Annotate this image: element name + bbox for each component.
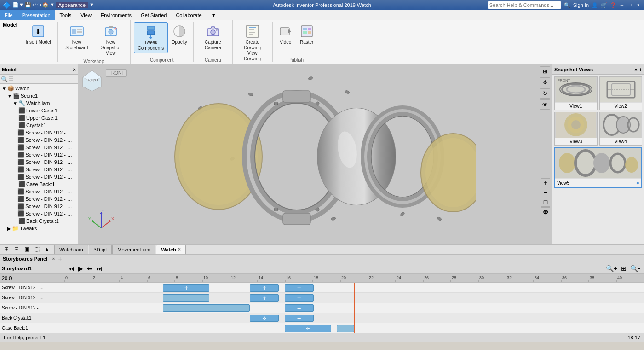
track-block-3-1[interactable]: ✛ — [285, 315, 314, 322]
timeline-playhead[interactable] — [354, 283, 355, 333]
qa-save[interactable]: 💾 — [25, 2, 31, 8]
zoom-timeline-in[interactable]: 🔍+ — [606, 265, 617, 272]
qa-arrow-down[interactable]: ▼ — [50, 2, 55, 8]
tree-item-screw3[interactable]: ⬛ Screw - DIN 912 - M1.4 — [1, 144, 77, 151]
qa-file[interactable]: 📄▼ — [12, 2, 24, 8]
new-storyboard-button[interactable]: New Storyboard — [60, 22, 93, 52]
maximize-btn[interactable]: □ — [627, 2, 633, 8]
tree-item-screw6[interactable]: ⬛ Screw - DIN 912 - M1 x — [1, 166, 77, 173]
storyboards-add-btn[interactable]: + — [56, 255, 64, 263]
menu-view[interactable]: View — [76, 10, 96, 20]
tree-item-lower-case[interactable]: ⬛ Lower Case:1 — [1, 107, 77, 114]
sign-in-label[interactable]: Sign In — [573, 2, 589, 8]
zoom-timeline-fit[interactable]: ⊞ — [621, 265, 627, 272]
menu-presentation[interactable]: Presentation — [17, 10, 55, 20]
tree-item-screw4[interactable]: ⬛ Screw - DIN 912 - M1 x — [1, 151, 77, 158]
view-icon-3[interactable]: ▣ — [22, 245, 31, 253]
timeline-row-2[interactable]: Screw - DIN 912 - ... — [0, 303, 64, 313]
tweak-components-button[interactable]: Tweak Components — [134, 22, 168, 53]
tree-item-tweaks[interactable]: ▶ 📁 Tweaks — [1, 225, 77, 232]
snapshot-close-btn[interactable]: × — [634, 67, 637, 72]
tree-item-scene1[interactable]: ▼ 🎬 Scene1 — [1, 92, 77, 99]
tree-item-screw7[interactable]: ⬛ Screw - DIN 912 - M1 x — [1, 173, 77, 181]
search-model-icon[interactable]: 🔍 — [1, 76, 8, 82]
tab-watch-iam[interactable]: Watch.iam — [54, 245, 88, 254]
timeline-row-3[interactable]: Back Crystal:1 — [0, 313, 64, 323]
zoom-window-btn[interactable]: □ — [541, 198, 550, 207]
menu-more[interactable]: ▼ — [207, 10, 221, 20]
menu-environments[interactable]: Environments — [96, 10, 136, 20]
pan-zoom-btn[interactable]: ⊕ — [541, 207, 550, 216]
timeline-row-4[interactable]: Case Back:1 — [0, 323, 64, 333]
expand-tweaks[interactable]: ▶ — [7, 226, 11, 231]
orbit-btn[interactable]: ↻ — [540, 88, 550, 99]
track-block-1-2[interactable]: ✛ — [285, 294, 314, 302]
model-menu-icon[interactable]: ☰ — [9, 76, 14, 82]
track-block-0-1[interactable]: ✛ — [250, 284, 279, 292]
expand-watch-iam[interactable]: ▼ — [13, 101, 17, 106]
snapshot-view4[interactable]: View4 — [599, 112, 643, 146]
go-to-end-btn[interactable]: ⏭ — [96, 265, 103, 272]
opacity-button[interactable]: Opacity — [169, 22, 190, 47]
search-input[interactable] — [488, 1, 561, 9]
track-block-0-2[interactable]: ✛ — [285, 284, 314, 292]
tab-3dipt[interactable]: 3D.ipt — [89, 245, 112, 254]
viewport[interactable]: FRONT FRONT ⊞ ✥ ↻ 👁 + − □ ⊕ — [78, 64, 552, 244]
track-block-2-1[interactable]: ✛ — [285, 304, 314, 312]
tree-item-screw1[interactable]: ⬛ Screw - DIN 912 - M1.4 — [1, 129, 77, 136]
snapshot-add-btn[interactable]: + — [639, 67, 642, 72]
search-icon[interactable]: 🔍 — [564, 2, 570, 8]
raster-button[interactable]: Raster — [297, 22, 317, 47]
tab-movement-iam[interactable]: Movement.iam — [112, 245, 155, 254]
snapshot-view3[interactable]: View3 — [554, 112, 598, 146]
track-block-4-0[interactable]: ✛ — [285, 325, 331, 332]
timeline-row-0[interactable]: Screw - DIN 912 - ... — [0, 283, 64, 293]
track-block-0-0[interactable]: ✛ — [163, 284, 209, 292]
tree-item-crystal[interactable]: ⬛ Crystal:1 — [1, 122, 77, 129]
tree-item-screw10[interactable]: ⬛ Screw - DIN 912 - M1.4 — [1, 203, 77, 210]
go-to-start-btn[interactable]: ⏮ — [68, 265, 75, 272]
play-btn[interactable]: ▶ — [78, 265, 83, 272]
close-btn[interactable]: ✕ — [636, 2, 641, 8]
track-block-1-0[interactable] — [163, 294, 209, 302]
tree-item-watch-root[interactable]: ▼ 📦 Watch — [1, 85, 77, 92]
model-panel-close[interactable]: × — [73, 67, 76, 72]
menu-collaborate[interactable]: Collaborate — [171, 10, 206, 20]
qa-undo[interactable]: ↩ — [32, 2, 36, 8]
capture-camera-button[interactable]: Capture Camera — [196, 22, 230, 52]
zoom-out-btn[interactable]: − — [541, 188, 550, 197]
zoom-fit-btn[interactable]: ⊞ — [540, 66, 550, 76]
tree-item-watch-iam[interactable]: ▼ 🔧 Watch.iam — [1, 99, 77, 107]
view-icon-2[interactable]: ⊟ — [12, 245, 21, 253]
tree-item-screw8[interactable]: ⬛ Screw - DIN 912 - M1.4 — [1, 188, 77, 195]
track-block-3-0[interactable]: ✛ — [250, 315, 279, 322]
view-icon-4[interactable]: ⬚ — [32, 245, 41, 253]
cart-icon[interactable]: 🛒 — [601, 2, 607, 8]
tab-watch[interactable]: Watch × — [156, 245, 185, 254]
nav-cube[interactable]: FRONT — [80, 68, 104, 92]
expand-scene1[interactable]: ▼ — [7, 93, 12, 99]
pan-btn[interactable]: ✥ — [540, 77, 550, 88]
zoom-timeline-out[interactable]: 🔍- — [630, 265, 640, 272]
video-button[interactable]: Video — [276, 22, 296, 47]
look-at-btn[interactable]: 👁 — [540, 99, 550, 110]
create-drawing-view-button[interactable]: Create Drawing View Drawing — [236, 22, 269, 64]
track-block-1-1[interactable]: ✛ — [250, 294, 279, 302]
tree-item-screw5[interactable]: ⬛ Screw - DIN 912 - M1 x — [1, 158, 77, 166]
tree-item-screw2[interactable]: ⬛ Screw - DIN 912 - M1.4 — [1, 136, 77, 144]
minimize-btn[interactable]: ─ — [619, 2, 625, 8]
tree-item-screw11[interactable]: ⬛ Screw - DIN 912 - M1.4 — [1, 210, 77, 217]
tree-item-case-back[interactable]: ⬛ Case Back:1 — [1, 181, 77, 188]
new-snapshot-view-button[interactable]: New Snapshot View — [94, 22, 127, 58]
menu-file[interactable]: File — [0, 10, 17, 20]
help-icon[interactable]: ❓ — [610, 2, 616, 8]
expand-icon[interactable]: ▲ — [42, 245, 52, 253]
insert-model-button[interactable]: ⬇ Insert Model — [23, 22, 54, 47]
snapshot-view1[interactable]: FRONT View1 — [554, 76, 598, 110]
timeline-row-1[interactable]: Screw - DIN 912 - ... — [0, 293, 64, 303]
qa-redo[interactable]: ↪ — [37, 2, 41, 8]
timeline-tracks[interactable]: ✛ ✛ ✛ ✛ ✛ ✛ ✛ ✛ ✛ — [64, 283, 644, 333]
tree-item-back-crystal[interactable]: ⬛ Back Crystal:1 — [1, 217, 77, 225]
menu-tools[interactable]: Tools — [55, 10, 76, 20]
snapshot-view5[interactable]: View5 ● — [554, 147, 642, 188]
